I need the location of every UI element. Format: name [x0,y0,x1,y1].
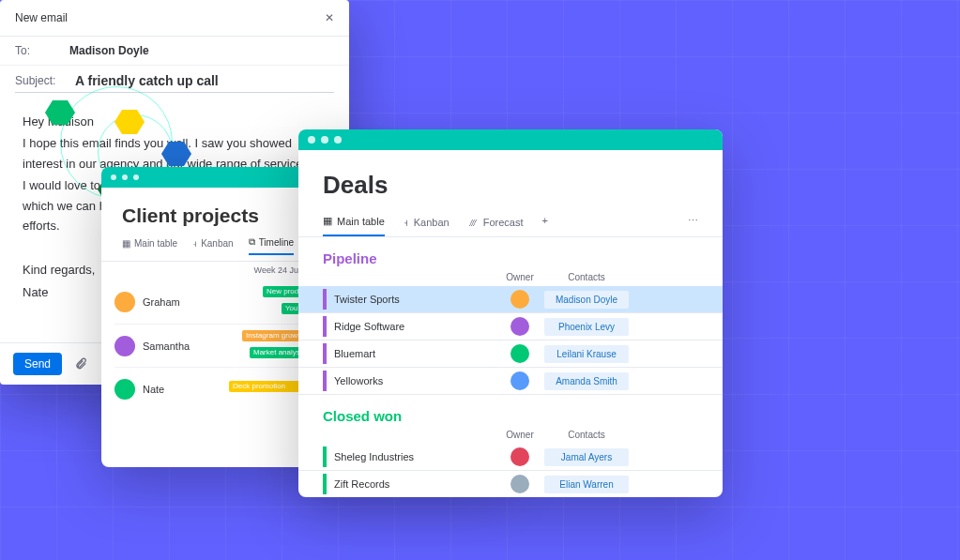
avatar[interactable] [510,475,529,493]
avatar[interactable] [510,317,529,336]
deal-name: Bluemart [323,343,495,364]
column-header-contacts: Contacts [544,272,629,282]
subject-label: Subject: [15,74,68,87]
deal-name: Sheleg Industries [323,446,495,467]
avatar[interactable] [510,447,529,466]
attach-icon[interactable] [73,356,88,371]
group-title[interactable]: Closed won [298,395,723,428]
person-name: Graham [143,296,180,308]
group-title[interactable]: Pipeline [298,237,723,270]
more-menu-button[interactable]: ⋯ [688,215,698,236]
deal-name: Ridge Software [323,316,495,337]
table-icon: ▦ [122,238,130,249]
avatar [114,379,135,400]
deal-row[interactable]: Zift RecordsElian Warren [298,471,723,497]
page-title: Deals [323,171,698,200]
contact-chip[interactable]: Madison Doyle [544,291,629,309]
deal-name: Zift Records [323,474,495,494]
person-name: Nate [143,384,164,395]
column-header-owner: Owner [495,430,544,440]
to-value: Madison Doyle [69,44,149,57]
deal-name: Yelloworks [323,371,495,391]
forecast-icon: ⫻ [468,217,479,228]
deal-row[interactable]: BluemartLeilani Krause [298,341,723,368]
avatar[interactable] [510,371,529,390]
avatar[interactable] [510,344,529,363]
email-to-field[interactable]: To: Madison Doyle [0,37,349,66]
tab-forecast[interactable]: ⫻Forecast [468,215,524,236]
contact-chip[interactable]: Elian Warren [544,476,629,493]
send-button[interactable]: Send [13,353,62,375]
avatar[interactable] [510,290,529,309]
window-titlebar [298,129,723,150]
tab-main-table[interactable]: ▦Main table [323,215,385,236]
tab-kanban[interactable]: ⫞Kanban [192,238,233,254]
contact-chip[interactable]: Phoenix Levy [544,318,629,336]
to-label: To: [15,44,62,57]
column-header-contacts: Contacts [544,430,629,440]
close-icon[interactable]: ✕ [325,11,334,24]
tab-timeline[interactable]: ⧉Timeline [249,236,294,255]
kanban-icon: ⫞ [192,238,197,249]
deal-row[interactable]: Ridge SoftwarePhoenix Levy [298,313,723,341]
timeline-icon: ⧉ [249,236,255,248]
contact-chip[interactable]: Amanda Smith [544,372,629,390]
contact-chip[interactable]: Jamal Ayers [544,448,629,466]
deal-row[interactable]: Sheleg IndustriesJamal Ayers [298,444,723,471]
kanban-icon: ⫞ [404,217,409,228]
add-view-button[interactable]: + [542,215,548,236]
contact-chip[interactable]: Leilani Krause [544,345,629,363]
deal-row[interactable]: YelloworksAmanda Smith [298,368,723,395]
window-deals: Deals ▦Main table ⫞Kanban ⫻Forecast + ⋯ … [298,129,723,497]
avatar [114,292,135,312]
avatar [114,336,135,356]
deal-row[interactable]: Twister SportsMadison Doyle [298,286,723,313]
view-tabs: ▦Main table ⫞Kanban ⫻Forecast + ⋯ [298,205,723,237]
tab-main-table[interactable]: ▦Main table [122,238,177,254]
deal-name: Twister Sports [323,289,495,310]
email-title: New email [15,11,68,24]
person-name: Samantha [143,341,190,352]
column-header-owner: Owner [495,272,544,282]
tab-kanban[interactable]: ⫞Kanban [404,215,450,236]
table-icon: ▦ [323,215,332,227]
